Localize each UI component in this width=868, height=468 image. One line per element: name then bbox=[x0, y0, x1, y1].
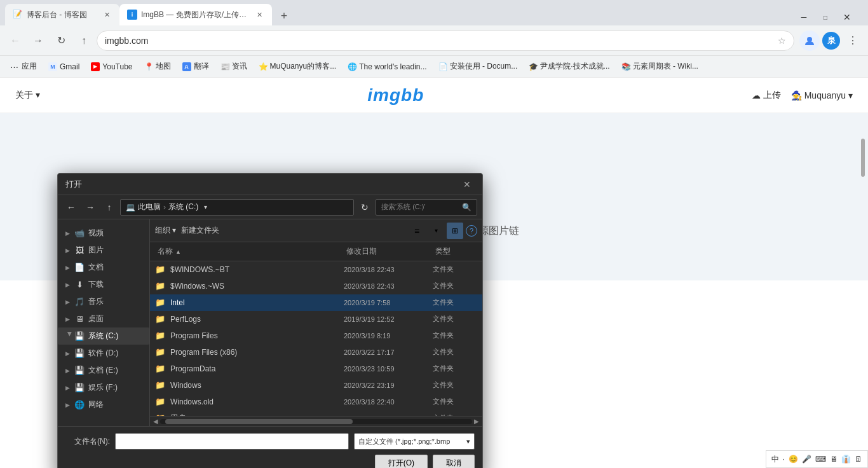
file-row[interactable]: 📁 $Windows.~WS 2020/3/18 22:43 文件夹 bbox=[150, 278, 482, 294]
tab-bloger[interactable]: 📝 博客后台 - 博客园 ✕ bbox=[5, 4, 119, 25]
filetype-dropdown[interactable]: 自定义文件 (*.jpg;*.png;*.bmp ▾ bbox=[354, 433, 475, 450]
sidebar-item-docs[interactable]: ▶ 📄 文档 bbox=[58, 259, 149, 276]
sidebar-item-music[interactable]: ▶ 🎵 音乐 bbox=[58, 293, 149, 310]
view-dropdown-button[interactable]: ▾ bbox=[428, 223, 444, 239]
bookmark-youtube[interactable]: ▶ YouTube bbox=[86, 60, 137, 74]
sidebar-label-network: 网络 bbox=[88, 399, 104, 410]
ime-keyboard[interactable]: ⌨ bbox=[815, 455, 826, 464]
file-row[interactable]: 📁 用户 2020/3/18 22:33 文件夹 bbox=[150, 410, 482, 416]
file-row[interactable]: 📁 Program Files 2020/3/19 8:19 文件夹 bbox=[150, 327, 482, 344]
file-row[interactable]: 📁 Program Files (x86) 2020/3/22 17:17 文件… bbox=[150, 344, 482, 361]
bookmark-star-icon[interactable]: ☆ bbox=[778, 36, 786, 46]
minimize-button[interactable]: ─ bbox=[796, 9, 812, 25]
sidebar-item-e-drive[interactable]: ▶ 💾 文档 (E:) bbox=[58, 362, 149, 379]
sidebar-item-desktop[interactable]: ▶ 🖥 桌面 bbox=[58, 310, 149, 327]
file-row[interactable]: 📁 $WINDOWS.~BT 2020/3/18 22:43 文件夹 bbox=[150, 261, 482, 278]
imgbb-logo: imgbb bbox=[367, 85, 424, 106]
ime-screen[interactable]: 🖥 bbox=[830, 455, 837, 464]
col-date-header[interactable]: 修改日期 bbox=[344, 246, 433, 257]
scroll-track[interactable] bbox=[160, 419, 472, 424]
bookmark-world[interactable]: 🌐 The world's leadin... bbox=[342, 60, 431, 74]
file-open-dialog: 打开 ✕ ← → ↑ 💻 此电脑 › 系统 (C:) ▾ ↻ 搜索'系统 (C:… bbox=[57, 173, 483, 468]
file-type: 文件夹 bbox=[433, 281, 477, 291]
dialog-close-button[interactable]: ✕ bbox=[459, 177, 475, 192]
bookmark-yincheng[interactable]: 🎓 尹成学院·技术成就... bbox=[524, 59, 614, 74]
file-name: PerfLogs bbox=[170, 315, 344, 324]
ime-mic[interactable]: 🎤 bbox=[802, 455, 811, 464]
scrollbar-thumb[interactable] bbox=[861, 139, 865, 177]
f-drive-icon: 💾 bbox=[74, 383, 85, 393]
menu-icon[interactable]: ⋮ bbox=[843, 31, 863, 51]
close-window-button[interactable]: ✕ bbox=[839, 9, 855, 25]
file-row[interactable]: 📁 Windows.old 2020/3/18 22:40 文件夹 bbox=[150, 394, 482, 410]
sidebar-item-network[interactable]: ▶ 🌐 网络 bbox=[58, 396, 149, 413]
file-row[interactable]: 📁 ProgramData 2020/3/23 10:59 文件夹 bbox=[150, 361, 482, 377]
maximize-button[interactable]: □ bbox=[817, 9, 834, 25]
tab-close-1[interactable]: ✕ bbox=[102, 10, 112, 20]
bookmark-muquanyu[interactable]: ⭐ MuQuanyu的博客... bbox=[254, 59, 342, 74]
bookmark-maps[interactable]: 📍 地图 bbox=[139, 59, 176, 74]
open-button[interactable]: 打开(O) bbox=[375, 455, 428, 468]
refresh-button[interactable]: ↻ bbox=[51, 31, 71, 51]
ime-emoji[interactable]: 😊 bbox=[789, 455, 798, 464]
bookmark-apps-label: 应用 bbox=[22, 61, 37, 72]
back-button[interactable]: ← bbox=[5, 31, 25, 51]
account-icon[interactable] bbox=[799, 31, 820, 51]
dialog-forward-button[interactable]: → bbox=[82, 199, 98, 216]
file-type: 文件夹 bbox=[433, 298, 477, 307]
col-type-header[interactable]: 类型 bbox=[433, 246, 477, 257]
organize-button[interactable]: 组织 ▾ bbox=[155, 225, 176, 236]
imgbb-about-menu[interactable]: 关于 ▾ bbox=[15, 90, 40, 101]
file-row[interactable]: 📁 PerfLogs 2019/3/19 12:52 文件夹 bbox=[150, 311, 482, 327]
ime-shirt[interactable]: 👔 bbox=[841, 455, 851, 464]
filename-input[interactable] bbox=[115, 433, 349, 450]
tab-close-2[interactable]: ✕ bbox=[254, 10, 264, 20]
new-folder-button[interactable]: 新建文件夹 bbox=[181, 225, 219, 236]
bookmark-periodic[interactable]: 📚 元素周期表 - Wiki... bbox=[616, 59, 703, 74]
bookmark-docu[interactable]: 📄 安装使用 - Docum... bbox=[433, 59, 523, 74]
scroll-right-arrow[interactable]: ▶ bbox=[472, 417, 481, 426]
file-row[interactable]: 📁 Windows 2020/3/22 23:19 文件夹 bbox=[150, 377, 482, 394]
profile-icon[interactable]: 泉 bbox=[822, 32, 840, 50]
bookmark-apps[interactable]: ⋯ 应用 bbox=[5, 59, 42, 74]
dialog-search-bar[interactable]: 搜索'系统 (C:)' 🔍 bbox=[376, 199, 477, 216]
dialog-refresh-button[interactable]: ↻ bbox=[356, 199, 373, 216]
horizontal-scrollbar[interactable]: ◀ ▶ bbox=[150, 416, 482, 426]
tab-imgbb[interactable]: i ImgBB — 免费图片存取/上传图... ✕ bbox=[119, 4, 272, 25]
home-button[interactable]: ↑ bbox=[74, 31, 94, 51]
dialog-up-button[interactable]: ↑ bbox=[101, 199, 118, 216]
sidebar-item-pictures[interactable]: ▶ 🖼 图片 bbox=[58, 242, 149, 259]
forward-button[interactable]: → bbox=[28, 31, 48, 51]
news-icon: 📰 bbox=[220, 62, 229, 71]
sidebar-item-f-drive[interactable]: ▶ 💾 娱乐 (F:) bbox=[58, 379, 149, 396]
view-help-button[interactable]: ? bbox=[466, 225, 477, 237]
folder-icon: 📁 bbox=[155, 281, 165, 291]
path-computer[interactable]: 此电脑 bbox=[138, 202, 161, 212]
new-tab-button[interactable]: + bbox=[275, 6, 294, 25]
imgbb-user-menu[interactable]: 🧙 Muquanyu ▾ bbox=[791, 90, 853, 100]
page-scrollbar[interactable] bbox=[860, 113, 865, 280]
cancel-button[interactable]: 取消 bbox=[433, 455, 475, 468]
imgbb-upload-button[interactable]: ☁ 上传 bbox=[752, 90, 781, 101]
sidebar-item-c-drive[interactable]: ▶ 💾 系统 (C:) bbox=[58, 327, 149, 345]
ime-chinese[interactable]: 中 bbox=[771, 454, 779, 465]
ime-dot[interactable]: · bbox=[783, 455, 785, 464]
sidebar-item-video[interactable]: ▶ 📹 视频 bbox=[58, 224, 149, 242]
path-drive[interactable]: 系统 (C:) bbox=[168, 202, 198, 212]
bookmark-translate[interactable]: A 翻译 bbox=[177, 59, 214, 74]
bookmark-gmail[interactable]: M Gmail bbox=[43, 60, 85, 74]
sidebar-item-downloads[interactable]: ▶ ⬇ 下载 bbox=[58, 276, 149, 293]
ime-calendar[interactable]: 🗓 bbox=[855, 455, 862, 464]
sidebar-item-d-drive[interactable]: ▶ 💾 软件 (D:) bbox=[58, 345, 149, 362]
dialog-back-button[interactable]: ← bbox=[63, 199, 79, 216]
bookmark-news[interactable]: 📰 资讯 bbox=[215, 59, 252, 74]
scroll-thumb[interactable] bbox=[165, 419, 353, 424]
view-large-icons-button[interactable]: ⊞ bbox=[447, 223, 463, 239]
file-row-selected[interactable]: 📁 Intel 2020/3/19 7:58 文件夹 bbox=[150, 294, 482, 311]
scroll-left-arrow[interactable]: ◀ bbox=[151, 417, 160, 426]
view-details-button[interactable]: ≡ bbox=[409, 223, 425, 239]
col-name-header[interactable]: 名称 ▲ bbox=[155, 246, 344, 257]
path-sep-1: › bbox=[163, 203, 166, 212]
path-dropdown-button[interactable]: ▾ bbox=[198, 199, 212, 216]
url-bar[interactable]: imgbb.com ☆ bbox=[97, 31, 794, 51]
